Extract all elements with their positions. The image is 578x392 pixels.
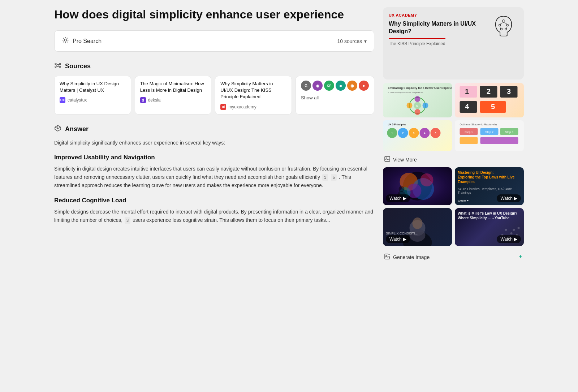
svg-text:A user-friendly initiatives to: A user-friendly initiatives to speak for… xyxy=(388,91,425,94)
watch-btn-3[interactable]: Watch ▶ xyxy=(386,235,410,243)
pro-search-sources[interactable]: 10 sources ▾ xyxy=(337,38,367,44)
source-title-3: Why Simplicity Matters in UI/UX Design: … xyxy=(220,81,286,100)
head-diagram-icon xyxy=(489,13,518,42)
svg-point-62 xyxy=(420,173,434,186)
video-logo-2: axure ● xyxy=(458,199,469,202)
watch-btn-4[interactable]: Watch ▶ xyxy=(497,235,521,243)
source-card-2[interactable]: The Magic of Minimalism: How Less is Mor… xyxy=(135,76,212,115)
svg-point-3 xyxy=(59,63,61,65)
svg-point-73 xyxy=(513,229,515,231)
source-favicon-1: UX xyxy=(60,97,65,103)
svg-text:2: 2 xyxy=(487,87,491,95)
svg-text:Embracing Simplicity for a Bet: Embracing Simplicity for a Better User E… xyxy=(388,86,452,90)
svg-text:Step 1: Step 1 xyxy=(465,130,473,134)
sources-icon xyxy=(54,62,61,71)
watch-label-3: Watch xyxy=(389,237,402,242)
svg-line-14 xyxy=(500,26,501,28)
svg-point-4 xyxy=(55,66,56,68)
svg-point-0 xyxy=(64,39,66,41)
generate-image-icon xyxy=(384,254,390,260)
source-footer-3: ui myuxacademy xyxy=(220,104,286,110)
generate-image-label: Generate Image xyxy=(393,254,430,260)
svg-text:5: 5 xyxy=(491,103,495,111)
plus-icon[interactable]: + xyxy=(518,253,522,261)
svg-point-71 xyxy=(510,232,513,234)
answer-heading-2: Reduced Cognitive Load xyxy=(54,197,374,204)
svg-point-57 xyxy=(386,158,387,159)
source-domain-1: catalystux xyxy=(68,98,87,103)
answer-body-text-1: Simplicity in digital design creates int… xyxy=(54,166,367,180)
svg-line-13 xyxy=(504,22,508,24)
svg-point-24 xyxy=(415,109,420,115)
sources-count: 10 sources xyxy=(337,38,362,44)
watch-label-4: Watch xyxy=(500,237,513,242)
watch-btn-2[interactable]: Watch ▶ xyxy=(497,194,521,202)
svg-point-69 xyxy=(410,229,426,242)
thumbnail-2[interactable]: 1 2 3 4 5 xyxy=(455,83,524,117)
play-icon-1: ▶ xyxy=(403,196,406,201)
svg-text:Step 3: Step 3 xyxy=(505,130,514,134)
source-icons-card[interactable]: G ◉ CF ■ ◉ ● Show all xyxy=(296,76,374,115)
circle-icon-ge: G xyxy=(301,81,311,91)
diagram-svg: Embracing Simplicity for a Better User E… xyxy=(383,83,452,117)
answer-intro: Digital simplicity significantly enhance… xyxy=(54,139,374,147)
answer-body-text-2b: users experience less cognitive strain. … xyxy=(133,217,330,223)
video-brand-3: SIMPLIX CONSISTI... xyxy=(386,232,418,235)
source-favicon-2: d xyxy=(140,97,146,103)
svg-point-75 xyxy=(518,227,520,229)
thumbnail-3[interactable]: UX 5 Principles 1 2 3 4 5 xyxy=(383,120,452,151)
circle-icon-red: ● xyxy=(359,81,369,91)
answer-body-1: Simplicity in digital design creates int… xyxy=(54,165,374,190)
svg-point-21 xyxy=(407,103,413,108)
circle-icon-pu: ◉ xyxy=(312,81,323,91)
video-thumb-2[interactable]: Mastering UI Design:Exploring the Top La… xyxy=(455,167,524,205)
svg-point-8 xyxy=(499,24,501,26)
svg-text:3: 3 xyxy=(507,87,511,95)
right-thumbnails-row-2: UX 5 Principles 1 2 3 4 5 Outline or Sha… xyxy=(383,120,524,151)
svg-rect-51 xyxy=(460,137,478,144)
left-column: How does digital simplicity enhance user… xyxy=(54,7,374,262)
svg-text:A: A xyxy=(416,104,418,107)
answer-body-2: Simple designs decrease the mental effor… xyxy=(54,208,374,224)
svg-point-1 xyxy=(57,64,59,66)
numbers-svg: 1 2 3 4 5 xyxy=(455,83,524,117)
thumbnail-1[interactable]: Embracing Simplicity for a Better User E… xyxy=(383,83,452,117)
circle-icon-or: ◉ xyxy=(347,81,357,91)
pro-search-bar[interactable]: Pro Search 10 sources ▾ xyxy=(54,30,374,52)
source-card-1[interactable]: Why Simplicity in UX Design Matters | Ca… xyxy=(54,76,131,115)
source-domain-3: myuxacademy xyxy=(228,104,256,109)
right-card-title: Why Simplicity Matters in UI/UX Design? xyxy=(389,20,486,35)
svg-text:5: 5 xyxy=(435,132,436,134)
svg-text:Step 2: Step 2 xyxy=(485,130,494,134)
citation-1: 1 xyxy=(322,174,328,181)
image-icon xyxy=(384,156,390,163)
video-thumb-3[interactable]: SIMPLIX CONSISTI... Watch ▶ xyxy=(383,208,452,246)
generate-image-row[interactable]: Generate Image + xyxy=(383,250,524,262)
svg-point-68 xyxy=(413,217,423,229)
right-column: UX ACADEMY Why Simplicity Matters in UI/… xyxy=(383,7,524,262)
right-top-content: UX ACADEMY Why Simplicity Matters in UI/… xyxy=(389,13,486,46)
svg-point-65 xyxy=(399,186,405,192)
svg-text:Outline or Shadow to Master wh: Outline or Shadow to Master why xyxy=(460,123,497,126)
right-thumbnails-row: Embracing Simplicity for a Better User E… xyxy=(383,83,524,117)
video-brand-2: Axure Libraries, Templates, UX/Axure Tra… xyxy=(458,187,524,194)
watch-label-2: Watch xyxy=(500,196,513,201)
right-card-subtitle: The KISS Principle Explained xyxy=(389,38,445,46)
right-top-card[interactable]: UX ACADEMY Why Simplicity Matters in UI/… xyxy=(383,7,524,79)
video-thumb-1[interactable]: Watch ▶ xyxy=(383,167,452,205)
svg-line-12 xyxy=(500,22,504,24)
svg-point-23 xyxy=(415,96,420,102)
watch-btn-1[interactable]: Watch ▶ xyxy=(386,194,410,202)
source-domain-2: deksia xyxy=(148,98,161,103)
svg-point-79 xyxy=(386,255,387,256)
view-more-row[interactable]: View More xyxy=(383,154,524,167)
video-thumb-4[interactable]: What is Miller's Law in UX Design? Where… xyxy=(455,208,524,246)
answer-title: Answer xyxy=(65,125,89,133)
circle-icon-teal: ■ xyxy=(336,81,346,91)
answer-header: Answer xyxy=(54,125,374,134)
svg-point-9 xyxy=(506,24,508,26)
thumbnail-4[interactable]: Outline or Shadow to Master why Step 1 S… xyxy=(455,120,524,151)
svg-rect-6 xyxy=(501,35,506,36)
source-card-3[interactable]: Why Simplicity Matters in UI/UX Design: … xyxy=(215,76,292,115)
principles-svg: UX 5 Principles 1 2 3 4 5 xyxy=(383,120,452,151)
